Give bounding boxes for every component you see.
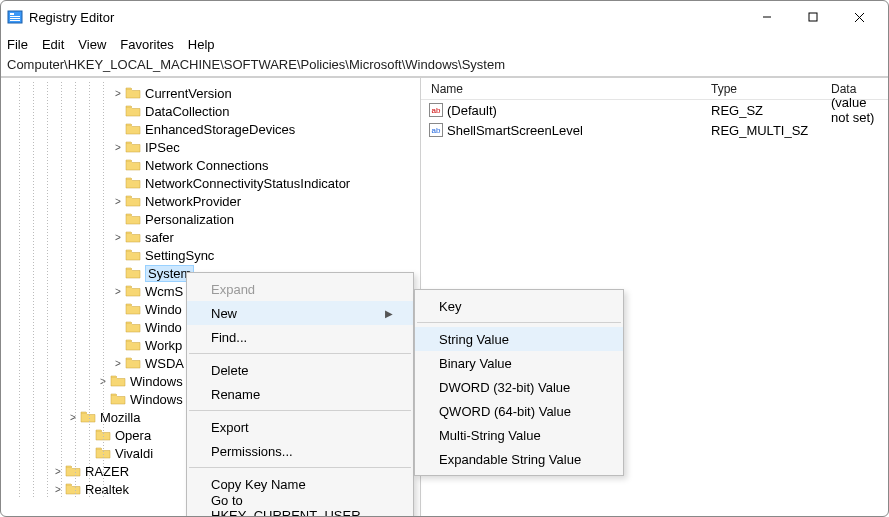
tree-label: IPSec bbox=[145, 140, 180, 155]
ctx-new-string[interactable]: String Value bbox=[415, 327, 623, 351]
expander-icon[interactable]: > bbox=[51, 484, 65, 495]
expander-icon[interactable]: > bbox=[111, 286, 125, 297]
tree-label: safer bbox=[145, 230, 174, 245]
folder-icon bbox=[125, 158, 141, 172]
folder-icon bbox=[125, 266, 141, 280]
value-name: (Default) bbox=[447, 103, 497, 118]
folder-icon bbox=[125, 176, 141, 190]
regedit-icon bbox=[7, 9, 23, 25]
tree-label: SettingSync bbox=[145, 248, 214, 263]
folder-icon bbox=[125, 284, 141, 298]
ctx-new-key[interactable]: Key bbox=[415, 294, 623, 318]
ctx-permissions[interactable]: Permissions... bbox=[187, 439, 413, 463]
ctx-new-dword[interactable]: DWORD (32-bit) Value bbox=[415, 375, 623, 399]
chevron-right-icon: ▶ bbox=[385, 308, 393, 319]
value-name: ShellSmartScreenLevel bbox=[447, 123, 583, 138]
tree-label: Windo bbox=[145, 320, 182, 335]
folder-icon bbox=[125, 338, 141, 352]
folder-icon bbox=[125, 320, 141, 334]
tree-label: WSDA bbox=[145, 356, 184, 371]
tree-label: DataCollection bbox=[145, 104, 230, 119]
ctx-rename[interactable]: Rename bbox=[187, 382, 413, 406]
tree-item[interactable]: SettingSync bbox=[1, 246, 420, 264]
tree-label: Vivaldi bbox=[115, 446, 153, 461]
ctx-new-multi[interactable]: Multi-String Value bbox=[415, 423, 623, 447]
tree-label: Realtek bbox=[85, 482, 129, 497]
context-submenu-new: Key String Value Binary Value DWORD (32-… bbox=[414, 289, 624, 476]
svg-rect-3 bbox=[10, 18, 20, 19]
folder-icon bbox=[125, 230, 141, 244]
tree-item[interactable]: DataCollection bbox=[1, 102, 420, 120]
col-data[interactable]: Data bbox=[821, 82, 888, 96]
ctx-new-binary[interactable]: Binary Value bbox=[415, 351, 623, 375]
tree-item[interactable]: EnhancedStorageDevices bbox=[1, 120, 420, 138]
close-button[interactable] bbox=[836, 1, 882, 33]
ctx-export[interactable]: Export bbox=[187, 415, 413, 439]
folder-icon bbox=[65, 464, 81, 478]
tree-item[interactable]: Network Connections bbox=[1, 156, 420, 174]
expander-icon[interactable]: > bbox=[111, 196, 125, 207]
folder-icon bbox=[125, 356, 141, 370]
tree-item[interactable]: >CurrentVersion bbox=[1, 84, 420, 102]
menu-file[interactable]: File bbox=[7, 37, 28, 52]
tree-item[interactable]: >IPSec bbox=[1, 138, 420, 156]
expander-icon[interactable]: > bbox=[51, 466, 65, 477]
tree-label: Windo bbox=[145, 302, 182, 317]
tree-label: Workp bbox=[145, 338, 182, 353]
window-title: Registry Editor bbox=[29, 10, 744, 25]
value-data: (value not set) bbox=[821, 95, 888, 125]
expander-icon[interactable]: > bbox=[111, 142, 125, 153]
folder-icon bbox=[125, 140, 141, 154]
value-row[interactable]: abShellSmartScreenLevelREG_MULTI_SZ bbox=[421, 120, 888, 140]
minimize-button[interactable] bbox=[744, 1, 790, 33]
tree-label: NetworkConnectivityStatusIndicator bbox=[145, 176, 350, 191]
ctx-expand: Expand bbox=[187, 277, 413, 301]
col-name[interactable]: Name bbox=[421, 82, 701, 96]
folder-icon bbox=[110, 374, 126, 388]
ctx-goto[interactable]: Go to HKEY_CURRENT_USER bbox=[187, 496, 413, 517]
ctx-new-qword[interactable]: QWORD (64-bit) Value bbox=[415, 399, 623, 423]
tree-label: Personalization bbox=[145, 212, 234, 227]
ctx-new-expand[interactable]: Expandable String Value bbox=[415, 447, 623, 471]
folder-icon bbox=[125, 212, 141, 226]
tree-item[interactable]: Personalization bbox=[1, 210, 420, 228]
folder-icon bbox=[125, 104, 141, 118]
folder-icon bbox=[65, 482, 81, 496]
ctx-find[interactable]: Find... bbox=[187, 325, 413, 349]
tree-label: Windows bbox=[130, 392, 183, 407]
list-header: Name Type Data bbox=[421, 78, 888, 100]
separator bbox=[189, 353, 411, 354]
menu-edit[interactable]: Edit bbox=[42, 37, 64, 52]
separator bbox=[189, 410, 411, 411]
expander-icon[interactable]: > bbox=[111, 358, 125, 369]
maximize-button[interactable] bbox=[790, 1, 836, 33]
tree-item[interactable]: >NetworkProvider bbox=[1, 192, 420, 210]
menu-help[interactable]: Help bbox=[188, 37, 215, 52]
value-type: REG_MULTI_SZ bbox=[701, 123, 821, 138]
ctx-new[interactable]: New▶ bbox=[187, 301, 413, 325]
menu-view[interactable]: View bbox=[78, 37, 106, 52]
expander-icon[interactable]: > bbox=[111, 232, 125, 243]
expander-icon[interactable]: > bbox=[111, 88, 125, 99]
svg-rect-2 bbox=[10, 16, 20, 17]
tree-item[interactable]: NetworkConnectivityStatusIndicator bbox=[1, 174, 420, 192]
value-row[interactable]: ab(Default)REG_SZ(value not set) bbox=[421, 100, 888, 120]
col-type[interactable]: Type bbox=[701, 82, 821, 96]
tree-label: CurrentVersion bbox=[145, 86, 232, 101]
ctx-delete[interactable]: Delete bbox=[187, 358, 413, 382]
tree-item[interactable]: >safer bbox=[1, 228, 420, 246]
tree-label: RAZER bbox=[85, 464, 129, 479]
tree-label: Windows bbox=[130, 374, 183, 389]
tree-label: Opera bbox=[115, 428, 151, 443]
menu-favorites[interactable]: Favorites bbox=[120, 37, 173, 52]
value-icon: ab bbox=[429, 123, 443, 137]
folder-icon bbox=[110, 392, 126, 406]
expander-icon[interactable]: > bbox=[66, 412, 80, 423]
tree-label: WcmS bbox=[145, 284, 183, 299]
separator bbox=[189, 467, 411, 468]
svg-rect-1 bbox=[10, 13, 14, 15]
menubar: File Edit View Favorites Help bbox=[1, 33, 888, 55]
value-type: REG_SZ bbox=[701, 103, 821, 118]
titlebar: Registry Editor bbox=[1, 1, 888, 33]
address-bar[interactable]: Computer\HKEY_LOCAL_MACHINE\SOFTWARE\Pol… bbox=[1, 55, 888, 77]
